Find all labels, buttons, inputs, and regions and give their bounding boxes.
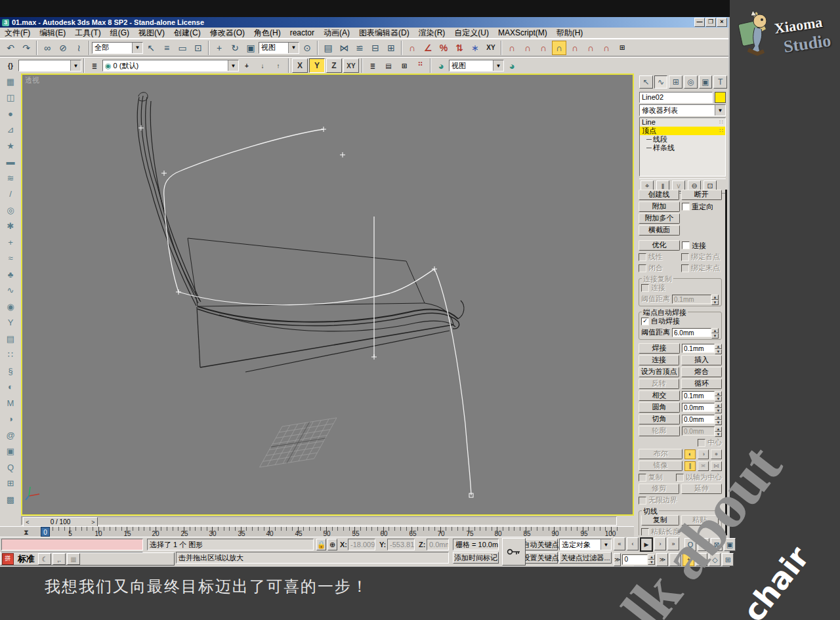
- y-coordinate-field[interactable]: -553.81mm: [387, 539, 415, 550]
- connect-button[interactable]: 连接: [639, 355, 679, 365]
- menu-item[interactable]: 渲染(R): [414, 28, 450, 38]
- named-selection-icon[interactable]: {}: [3, 58, 18, 73]
- waves-icon[interactable]: ∿: [3, 283, 18, 299]
- bind-first-checkbox[interactable]: 绑定首点: [681, 252, 722, 262]
- restore-button[interactable]: ❐: [705, 18, 716, 27]
- ime-fullwidth-toggle[interactable]: ☾: [38, 553, 51, 565]
- key-filters-button[interactable]: 关键点过滤器...: [559, 552, 612, 564]
- create-new-layer-icon[interactable]: +: [240, 58, 254, 73]
- dropdown-arrow-icon[interactable]: ▼: [493, 60, 503, 71]
- bind-last-checkbox[interactable]: 绑定末点: [681, 263, 722, 273]
- boolean-subtract-icon[interactable]: ◑: [698, 449, 709, 459]
- center-checkbox[interactable]: 中心: [698, 438, 722, 447]
- menu-item[interactable]: 创建(C): [169, 28, 205, 38]
- chamfer-spinner[interactable]: 0.0mm▲▼: [682, 415, 722, 424]
- unlink-selection-icon[interactable]: ⊘: [56, 41, 70, 55]
- reverse-button[interactable]: 反转: [639, 379, 679, 389]
- set-key-button[interactable]: 设置关键点: [524, 552, 558, 564]
- outline-spinner[interactable]: 0.0mm▲▼: [682, 426, 722, 436]
- stack-item[interactable]: 线段: [640, 135, 725, 144]
- weld-button[interactable]: 焊接: [639, 343, 680, 354]
- menu-item[interactable]: 编辑(E): [35, 28, 70, 38]
- window-icon[interactable]: ▣: [3, 444, 18, 460]
- select-rotate-icon[interactable]: ↻: [228, 41, 242, 55]
- previous-frame-button[interactable]: ‹: [627, 537, 639, 550]
- chamfer-button[interactable]: 切角: [639, 414, 680, 424]
- connect-copy-checkbox[interactable]: 连接: [641, 283, 719, 293]
- previous-frame-arrow[interactable]: <: [24, 519, 32, 526]
- pivot-snap-icon[interactable]: ∩: [568, 41, 582, 55]
- layers-stack-icon[interactable]: ≣: [87, 58, 102, 73]
- reference-coordinate-dropdown[interactable]: 视图▼: [259, 42, 299, 54]
- object-name-field[interactable]: Line02: [639, 92, 713, 103]
- utilities-tab[interactable]: T: [713, 75, 727, 89]
- close-button[interactable]: ×: [717, 18, 727, 27]
- attach-button[interactable]: 附加: [639, 201, 680, 212]
- z-coordinate-field[interactable]: 0.0mm: [427, 539, 449, 550]
- fillet-spinner[interactable]: 0.0mm▲▼: [682, 403, 722, 412]
- object-color-swatch[interactable]: [715, 92, 726, 103]
- select-scale-icon[interactable]: ▣: [243, 41, 258, 55]
- menu-item[interactable]: MAXScript(M): [494, 28, 552, 38]
- restrict-x-button[interactable]: X: [292, 58, 308, 73]
- plant-icon[interactable]: ♣: [3, 266, 18, 283]
- cycle-button[interactable]: 循环: [681, 379, 722, 389]
- pen-icon[interactable]: /: [3, 186, 18, 203]
- dropdown-arrow-icon[interactable]: ▼: [288, 43, 299, 53]
- midpoint-snap-icon[interactable]: ∩: [599, 41, 614, 55]
- named-selection-sets-icon[interactable]: ⊟: [368, 41, 383, 55]
- selection-lock-toggle[interactable]: 🔒: [316, 539, 326, 550]
- menu-item[interactable]: 动画(A): [319, 28, 354, 38]
- fillet-button[interactable]: 圆角: [639, 402, 680, 413]
- add-time-tag-button[interactable]: 添加时间标记: [453, 552, 499, 564]
- menu-item[interactable]: 工具(T): [70, 28, 105, 38]
- selected-spline[interactable]: [164, 129, 471, 495]
- redo-icon[interactable]: ↷: [19, 41, 33, 55]
- motion-tab[interactable]: ◎: [684, 75, 698, 89]
- render-view-dropdown[interactable]: 视图▼: [449, 60, 504, 72]
- dropdown-arrow-icon[interactable]: ▼: [132, 43, 142, 53]
- trim-button[interactable]: 修剪: [639, 484, 679, 494]
- lights-icon[interactable]: ◎: [3, 202, 18, 218]
- select-by-name-icon[interactable]: ≡: [159, 41, 174, 55]
- snap-freeze-icon[interactable]: ∗: [468, 41, 482, 55]
- menu-item[interactable]: 视图(V): [134, 28, 169, 38]
- ime-soft-keyboard-toggle[interactable]: ▦: [67, 553, 80, 565]
- layer-manager-icon[interactable]: ≣: [366, 58, 380, 73]
- copy-checkbox[interactable]: 复制: [639, 472, 674, 482]
- snap-25d-icon[interactable]: ∩: [405, 41, 419, 55]
- mirror-icon[interactable]: ⋈: [337, 41, 351, 55]
- set-keys-big-button[interactable]: [502, 538, 526, 566]
- select-move-icon[interactable]: +: [212, 41, 226, 55]
- ime-punctuation-toggle[interactable]: ,.: [52, 553, 66, 565]
- wind-icon[interactable]: ≈: [3, 251, 18, 267]
- weld-threshold-spinner[interactable]: 0.1mm▲▼: [682, 344, 722, 353]
- connect-copy-threshold-spinner[interactable]: 0.1mm ▲▼: [672, 295, 719, 304]
- spinner-snap-icon[interactable]: ⇅: [452, 41, 467, 55]
- spiral-material-icon[interactable]: @: [3, 427, 18, 444]
- camera-icon[interactable]: ▬: [3, 154, 18, 171]
- outline-button[interactable]: 轮廓: [639, 426, 680, 436]
- restrict-xy-plane-button[interactable]: XY: [343, 58, 359, 73]
- cubes-icon[interactable]: ▦: [3, 73, 18, 90]
- utilities-window-icon[interactable]: ▩: [3, 491, 18, 508]
- render-setup-icon[interactable]: ◕: [434, 58, 448, 73]
- snail-icon[interactable]: ◉: [3, 299, 18, 315]
- select-object-icon[interactable]: ↖: [144, 41, 158, 55]
- schematic-view-icon[interactable]: ⊞: [397, 58, 411, 73]
- grid-snap-icon[interactable]: ∩: [505, 41, 519, 55]
- next-frame-arrow[interactable]: >: [89, 519, 97, 526]
- menu-item[interactable]: 组(G): [106, 28, 134, 38]
- settings-window-icon[interactable]: ⊞: [3, 476, 18, 492]
- menu-item[interactable]: 文件(F): [0, 28, 35, 38]
- select-objects-in-layer-icon[interactable]: ↑: [271, 58, 285, 73]
- cross-section-button[interactable]: 横截面: [639, 225, 680, 236]
- array-icon[interactable]: ⊞: [384, 41, 398, 55]
- stack-item[interactable]: 顶点 ∷: [640, 127, 725, 135]
- display-tab[interactable]: ▣: [699, 75, 713, 89]
- hierarchy-tab[interactable]: ⊞: [669, 75, 682, 89]
- auto-key-button[interactable]: 自动关键点: [524, 539, 558, 550]
- selection-filter-dropdown[interactable]: 全部▼: [92, 42, 143, 54]
- align-icon[interactable]: ≌: [352, 41, 367, 55]
- break-button[interactable]: 断开: [681, 190, 722, 200]
